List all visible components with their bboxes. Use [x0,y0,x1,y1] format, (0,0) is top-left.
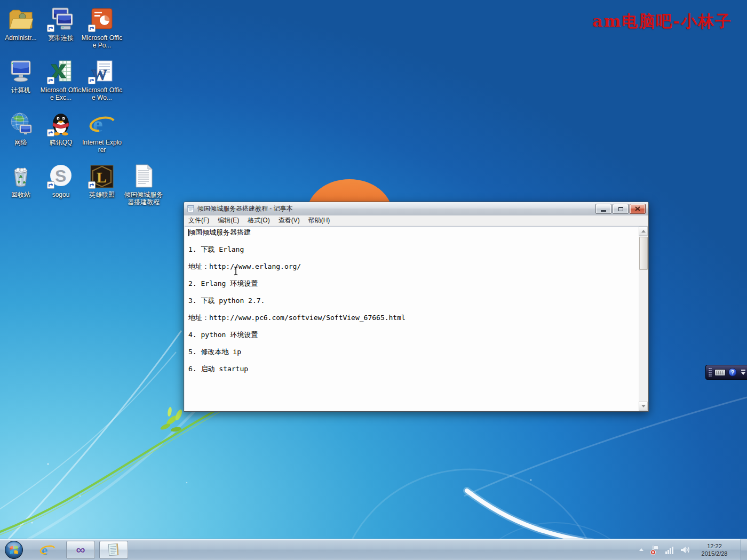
icon-label: Microsoft Office Exc... [40,86,82,101]
svg-text:e: e [93,112,103,137]
help-icon[interactable]: ? [728,368,737,377]
show-hidden-icons-button[interactable] [638,547,645,553]
scroll-down-button[interactable] [639,402,648,411]
qq-penguin-icon [40,109,82,137]
start-button[interactable] [4,540,23,559]
computer-icon [0,57,42,84]
desktop-icon-recycle-bin[interactable]: 回收站 [0,161,42,198]
shortcut-arrow-icon [47,129,54,137]
svg-text:e: e [42,543,47,557]
icon-label: sogou [40,191,82,198]
clock-date: 2015/2/28 [696,550,733,557]
desktop-icon-broadband-connection[interactable]: 宽带连接 [40,4,82,42]
taskbar-ie-icon[interactable]: e [39,542,55,557]
notepad-icon [106,542,121,557]
shortcut-arrow-icon [88,77,96,84]
notepad-window-icon [187,205,195,213]
notepad-titlebar[interactable]: 倾国倾城服务器搭建教程 - 记事本 [184,202,648,215]
network-icon [0,109,42,137]
icon-label: 腾讯QQ [40,139,82,146]
text-caret [188,229,189,236]
up-arrow-icon [638,547,645,553]
text-file-icon [123,161,164,189]
desktop-icon-internet-explorer[interactable]: e Internet Explorer [81,109,123,154]
minimize-icon [601,210,606,212]
keyboard-icon[interactable] [714,369,726,376]
taskbar-clock[interactable]: 12:22 2015/2/28 [696,542,733,557]
language-bar-options-icon[interactable] [741,372,745,375]
desktop-icon-office-excel[interactable]: Microsoft Office Exc... [40,57,82,101]
desktop-icon-computer[interactable]: 计算机 [0,57,42,94]
watermark-text: am电脑吧-小林子 [592,11,732,33]
desktop-icon-league-of-legends[interactable]: L 英雄联盟 [81,161,123,198]
menu-file[interactable]: 文件(F) [184,216,213,225]
icon-label: 宽带连接 [40,34,82,42]
notepad-text-area[interactable]: 倾国倾城服务器搭建 1. 下载 Erlang 地址：http://www.erl… [185,227,639,411]
volume-icon[interactable] [680,545,690,555]
word-icon: W [81,57,123,84]
network-status-icon[interactable] [665,545,676,555]
show-desktop-button[interactable] [741,539,747,560]
scroll-up-icon [641,230,646,233]
notepad-menubar: 文件(F) 编辑(E) 格式(O) 查看(V) 帮助(H) [184,215,648,226]
scroll-up-button[interactable] [639,227,648,236]
taskbar-visual-studio-button[interactable]: ∞ [66,541,95,559]
language-bar-minimize-icon[interactable] [741,370,745,371]
broadband-icon [40,4,82,32]
visual-studio-icon: ∞ [76,543,85,556]
menu-format[interactable]: 格式(O) [243,216,274,225]
icon-label: Internet Explorer [81,139,123,154]
notepad-body: 倾国倾城服务器搭建 1. 下载 Erlang 地址：http://www.erl… [185,227,648,411]
taskbar-notepad-button[interactable] [99,541,128,559]
svg-text:L: L [97,169,107,186]
administrator-folder-icon [0,4,42,32]
desktop-icon-tencent-qq[interactable]: 腾讯QQ [40,109,82,146]
desktop-icon-office-powerpoint[interactable]: Microsoft Office Po... [81,4,123,49]
minimize-button[interactable] [595,204,611,214]
powerpoint-icon [81,4,123,32]
recycle-bin-icon [0,161,42,189]
system-tray: 12:22 2015/2/28 [638,539,747,560]
mouse-ibeam-cursor [233,266,239,276]
scroll-down-icon [641,405,646,407]
shortcut-arrow-icon [88,181,96,189]
menu-view[interactable]: 查看(V) [274,216,304,225]
icon-label: Administr... [0,34,42,42]
maximize-icon [618,207,623,211]
notepad-window: 倾国倾城服务器搭建教程 - 记事本 文件(F) 编辑(E) 格式(O) 查看(V… [184,202,649,412]
notepad-content: 倾国倾城服务器搭建 1. 下载 Erlang 地址：http://www.erl… [185,227,639,373]
desktop-icon-sogou[interactable]: S sogou [40,161,82,198]
maximize-button[interactable] [613,204,629,214]
clock-time: 12:22 [696,542,733,550]
svg-text:S: S [55,166,66,186]
shortcut-arrow-icon [47,181,54,189]
desktop-icon-network[interactable]: 网络 [0,109,42,146]
desktop-icon-office-word[interactable]: W Microsoft Office Wo... [81,57,123,101]
menu-help[interactable]: 帮助(H) [304,216,335,225]
shortcut-arrow-icon [88,25,96,32]
lol-icon: L [81,161,123,189]
desktop-icon-administrator[interactable]: Administr... [0,4,42,42]
language-bar[interactable]: ? [705,365,747,380]
wallpaper-leaf-sprig [160,407,183,433]
icon-label: 计算机 [0,86,42,94]
ie-icon: e [81,109,123,137]
window-title: 倾国倾城服务器搭建教程 - 记事本 [197,204,595,213]
desktop: am电脑吧-小林子 Administr... [0,0,747,560]
excel-icon [40,57,82,84]
scrollbar-thumb[interactable] [639,237,648,270]
desktop-icon-tutorial-file[interactable]: 倾国倾城服务器搭建教程 [123,161,164,206]
icon-label: 回收站 [0,191,42,198]
shortcut-arrow-icon [47,25,54,32]
icon-label: 倾国倾城服务器搭建教程 [123,191,164,206]
icon-label: 网络 [0,139,42,146]
taskbar: e ∞ [0,539,747,560]
close-icon [635,206,640,211]
menu-edit[interactable]: 编辑(E) [213,216,243,225]
action-center-icon[interactable] [650,545,661,555]
language-bar-grip[interactable] [709,367,712,377]
vertical-scrollbar[interactable] [639,227,648,411]
sogou-icon: S [40,161,82,189]
close-button[interactable] [630,204,646,214]
icon-label: 英雄联盟 [81,191,123,198]
